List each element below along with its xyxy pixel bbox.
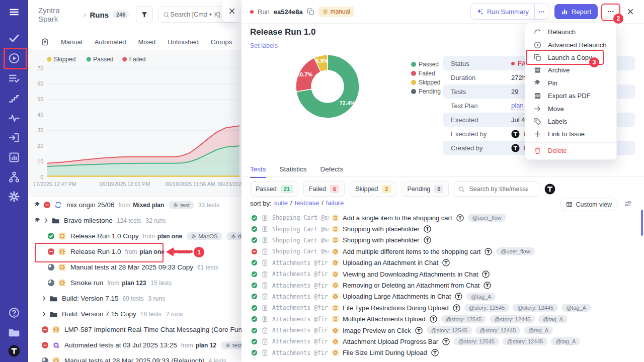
menu-item-delete[interactable]: Delete [525,144,616,157]
run-tag[interactable]: dev [226,232,242,240]
run-title[interactable]: LMP-587 Implement Real-Time Chat Messagi… [64,326,242,333]
test-title[interactable]: Attachment Upload Progress Bar [343,338,438,345]
plan-name[interactable]: Mixed plan [133,202,164,209]
runs-icon[interactable] [9,53,20,64]
test-row[interactable]: Shopping Cart @sm...Shopping with placeh… [242,223,644,234]
sort-by-suite[interactable]: suite [274,199,288,207]
integrations-icon[interactable] [9,171,20,183]
breadcrumb-project[interactable]: Zyntra Spark [38,6,80,23]
tab-mixed[interactable]: Mixed [138,38,156,46]
plan-name[interactable]: plan one [140,248,165,255]
menu-item-relaunch[interactable]: Relaunch [525,26,616,38]
view-settings-icon[interactable] [624,200,632,208]
menu-item-export-as-pdf[interactable]: Export as PDF [525,89,616,102]
assignee-avatar[interactable] [544,184,555,195]
custom-view-button[interactable]: Custom view [560,198,618,211]
plan-name[interactable]: plan 123 [122,280,146,287]
run-row[interactable]: Bravo milestone124 tests32 runs [28,213,242,228]
settings-icon[interactable] [9,191,20,202]
tab-unfinished[interactable]: Unfinished [168,38,198,46]
run-title[interactable]: Bravo milestone [64,217,113,224]
t-logo-avatar[interactable] [8,345,20,357]
run-title[interactable]: Automated tests at 03 Jul 2025 13:25 [64,341,177,349]
menu-icon[interactable] [9,7,20,18]
run-row[interactable]: Smoke runfromplan 12315 tests [28,275,242,291]
tab-automated[interactable]: Automated [95,38,126,46]
help-icon[interactable] [9,307,20,318]
run-title[interactable]: Release Run 1.0 Copy [70,232,139,240]
filter-skipped[interactable]: Skipped2 [350,182,396,197]
import-icon[interactable] [9,132,20,143]
menu-item-link-to-issue[interactable]: Link to Issue [525,128,616,140]
plans-icon[interactable] [9,73,20,84]
plan-name[interactable]: plan one [157,233,182,240]
run-title[interactable]: Release Run 1.0 [70,248,121,255]
run-row[interactable]: Build: Version 7.1569 tests3 runs [28,291,242,306]
run-row[interactable]: Manual tests at 28 Mar 2025 09:33 (Relau… [28,353,242,362]
run-summary-more-button[interactable] [534,4,549,19]
filter-passed[interactable]: Passed21 [250,182,298,197]
run-row[interactable]: Release Run 1.0fromplan one29 tests [28,244,242,259]
projects-icon[interactable] [9,327,20,338]
test-row[interactable]: Attachments @firstViewing and Downloadin… [242,268,644,280]
panel-close-button[interactable] [222,0,242,22]
filter-pending[interactable]: Pending0 [401,182,449,197]
tab-manual[interactable]: Manual [61,38,83,46]
reports-icon[interactable] [9,152,20,163]
test-title[interactable]: Uploading Large Attachments in Chat [343,293,451,300]
tests-search-input[interactable] [468,185,529,193]
run-row[interactable]: Automated tests at 03 Jul 2025 13:25from… [28,337,242,353]
test-title[interactable]: Shopping with placeholder [343,225,420,233]
test-row[interactable]: Attachments @firstAttachment Upload Prog… [242,336,644,347]
plan-name[interactable]: plan 12 [196,342,216,349]
testcases-icon[interactable] [9,33,20,44]
menu-item-launch-a-copy[interactable]: Launch a Copy [525,51,616,64]
run-tag[interactable]: test [221,341,242,349]
sort-by-testcase[interactable]: testcase [295,199,319,207]
activity-icon[interactable] [9,113,20,124]
run-row[interactable]: Build: Version 7.15 Copy18 tests2 runs [28,306,242,322]
close-run-button[interactable] [624,5,637,18]
test-title[interactable]: Shopping with placeholder [343,236,420,244]
test-title[interactable]: Viewing and Downloading Attachments in C… [343,270,478,278]
test-title[interactable]: Removing or Deleting an Attachment from … [343,282,479,289]
report-button[interactable]: Report [554,4,598,19]
menu-item-labels[interactable]: Labels [525,115,616,128]
menu-item-archive[interactable]: Archive [525,64,616,76]
menu-item-move[interactable]: Move [525,102,616,115]
milestones-icon[interactable] [9,93,20,104]
test-row[interactable]: Attachments @firstUploading an Attachmen… [242,257,644,268]
test-title[interactable]: Uploading an Attachment in Chat [343,259,438,266]
test-title[interactable]: Image Preview on Click [343,327,411,334]
filter-button[interactable] [136,6,152,23]
right-scrollbar[interactable] [641,210,643,236]
run-title[interactable]: Build: Version 7.15 [62,295,119,302]
run-row[interactable]: LMP-587 Implement Real-Time Chat Messagi… [28,322,242,337]
run-title[interactable]: mix origin 25/06 [66,201,114,209]
test-title[interactable]: Add a single item to the shopping cart [343,214,452,222]
menu-item-pin[interactable]: Pin [525,77,616,89]
test-title[interactable]: File Size Limit During Upload [343,349,427,356]
run-row[interactable]: Release Run 1.0 Copyfromplan oneMacOSdev… [28,228,242,244]
test-row[interactable]: Shopping Cart @sm...Add multiple differe… [242,246,644,257]
run-tag[interactable]: test [169,201,194,209]
test-row[interactable]: Attachments @firstUploading Large Attach… [242,291,644,302]
tab-groups[interactable]: Groups [211,38,232,46]
test-row[interactable]: Attachments @firstMultiple Attachments U… [242,314,644,325]
test-row[interactable]: Attachments @firstImage Preview on Click… [242,325,644,336]
copy-run-id-icon[interactable] [307,8,314,16]
tests-search[interactable] [454,182,539,197]
search-input[interactable] [170,11,229,19]
test-row[interactable]: Attachments @firstRemoving or Deleting a… [242,280,644,291]
run-tag[interactable]: MacOS [187,232,222,240]
filter-failed[interactable]: Failed6 [303,182,345,197]
sort-by-failure[interactable]: failure [326,199,344,207]
run-title[interactable]: Smoke run [70,279,103,287]
run-title[interactable]: Manual tests at 28 Mar 2025 09:33 (Relau… [64,357,204,362]
test-row[interactable]: Shopping Cart @sm...Add a single item to… [242,212,644,223]
test-title[interactable]: File Type Restrictions During Upload [343,304,449,312]
test-row[interactable]: Shopping Cart @sm...Shopping with placeh… [242,235,644,246]
test-title[interactable]: Add multiple different items to the shop… [343,248,480,255]
run-summary-button[interactable]: Run Summary [470,4,549,20]
run-row[interactable]: Manual tests at 28 Mar 2025 09:33 Copy61… [28,259,242,275]
